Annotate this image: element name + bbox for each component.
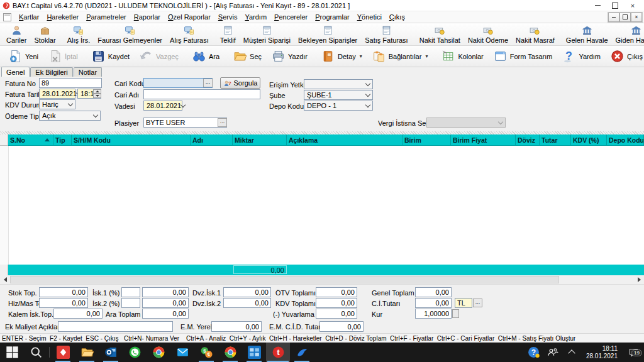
sec-button[interactable]: Seç (228, 48, 267, 65)
menu-hareketler[interactable]: Hareketler (43, 12, 82, 22)
column-header-kdv[interactable]: KDV (%) (571, 134, 607, 146)
ara-toplam-value[interactable] (142, 309, 189, 319)
mdi-minimize-button[interactable] (608, 13, 619, 22)
taskbar-mail[interactable] (170, 343, 194, 362)
cikis-button[interactable]: Çıkış (606, 48, 644, 65)
cari-kodu-input[interactable] (143, 78, 213, 88)
em-cid-tutar-value[interactable] (319, 321, 364, 332)
stok-top-value[interactable] (39, 287, 88, 297)
alis-faturasi-button[interactable]: Alış Faturası (166, 24, 213, 45)
faurasi-gelmeyenler-button[interactable]: Faurası Gelmeyenler (94, 24, 166, 45)
fatura-tarihi-dropdown[interactable]: 28.01.2021 (39, 89, 75, 99)
isk1-pct-input[interactable] (121, 287, 140, 297)
menu-kartlar[interactable]: Kartlar (15, 12, 43, 22)
taskbar-app-red[interactable] (51, 343, 75, 362)
sube-dropdown[interactable]: ŞUBE-1 (304, 90, 373, 100)
kdv-toplami-value[interactable] (316, 298, 357, 308)
ek-maliyet-input[interactable] (58, 321, 173, 332)
mdi-document-icon[interactable] (3, 13, 11, 21)
cari-kodu-lookup-button[interactable]: ... (203, 79, 213, 87)
taskbar-blue-swoosh-app[interactable] (290, 343, 314, 362)
dvz-isk2-value[interactable] (223, 298, 271, 308)
plasiyer-lookup-button[interactable]: ... (218, 118, 227, 127)
menu-pencereler[interactable]: Pencereler (270, 12, 311, 22)
kur-button[interactable] (452, 309, 459, 318)
taskbar-search-button[interactable] (24, 343, 48, 362)
teklif-button[interactable]: Teklif (216, 24, 240, 45)
column-header-tutar[interactable]: Tutar (540, 134, 571, 146)
kalem-isk-top-value[interactable] (53, 309, 103, 319)
mdi-restore-button[interactable] (619, 13, 631, 22)
isk1-value[interactable] (142, 287, 189, 297)
scroll-left-button[interactable] (0, 275, 10, 284)
minimize-button[interactable] (589, 0, 606, 11)
taskbar-bayt-app[interactable] (266, 343, 290, 362)
taskbar-currency-app[interactable] (194, 343, 218, 362)
nakit-masraf-button[interactable]: Nakit Masraf (512, 24, 558, 45)
em-yerel-tutar-value[interactable] (211, 321, 262, 332)
giden-havale-button[interactable]: Giden Havale (612, 24, 644, 45)
column-header-shm-kodu[interactable]: S/H/M Kodu (72, 134, 191, 146)
tray-show-hidden[interactable] (562, 349, 581, 356)
taskbar-chrome[interactable] (147, 343, 170, 362)
column-header-miktar[interactable]: Miktar (233, 134, 287, 146)
erisim-yetkisi-dropdown[interactable] (304, 79, 373, 89)
column-header-depo-kodu[interactable]: Depo Kodu (607, 134, 644, 146)
genel-toplam-value[interactable] (415, 287, 452, 297)
tab-ek-bilgileri[interactable]: Ek Bilgileri (30, 67, 72, 77)
currency-lookup-button[interactable]: ... (473, 299, 482, 307)
column-header-doviz[interactable]: Döviz (516, 134, 540, 146)
stoklar-button[interactable]: Stoklar (30, 24, 59, 45)
restore-button[interactable] (606, 0, 624, 11)
line-items-grid-body[interactable] (0, 146, 644, 265)
alis-irs-button[interactable]: Alış İrs. (64, 24, 94, 45)
vadesi-dropdown[interactable]: 28.01.2021 (143, 101, 182, 111)
vergi-istisna-dropdown[interactable] (426, 118, 506, 128)
baglantilar-button[interactable]: Bağlantılar▾ (367, 48, 433, 65)
close-button[interactable]: × (624, 0, 641, 11)
time-spinner[interactable] (93, 89, 101, 98)
sorgula-button[interactable]: Sorgula (220, 77, 260, 89)
taskbar-chrome-2[interactable] (218, 343, 242, 362)
grid-horizontal-scrollbar[interactable] (0, 275, 644, 284)
musteri-siparisi-button[interactable]: Müşteri Siparişi (240, 24, 294, 45)
column-header-birim-fiyat[interactable]: Birim Fiyat (451, 134, 516, 146)
column-header-aciklama[interactable]: Açıklama (287, 134, 402, 146)
isk2-value[interactable] (142, 298, 189, 308)
scroll-right-button[interactable] (634, 275, 644, 284)
tray-help[interactable] (525, 346, 543, 359)
depo-kodu-dropdown[interactable]: DEPO - 1 (304, 101, 373, 111)
gelen-havale-button[interactable]: Gelen Havale (562, 24, 612, 45)
menu-servis[interactable]: Servis (214, 12, 242, 22)
taskbar-blue-grid-app[interactable] (242, 343, 266, 362)
nakit-tahsilat-button[interactable]: Nakit Tahsilat (416, 24, 464, 45)
vazgec-button[interactable]: Vazgeç (135, 48, 184, 65)
kaydet-button[interactable]: Kaydet (87, 48, 135, 65)
taskbar-file-explorer[interactable] (75, 343, 99, 362)
detay-button[interactable]: Detay▾ (316, 48, 367, 65)
taskbar-clock[interactable]: 18:11 28.01.2021 (581, 345, 623, 360)
menu-ozel-raporlar[interactable]: Özel Raporlar (164, 12, 214, 22)
tray-people[interactable] (543, 346, 562, 359)
iptal-button[interactable]: İptal (43, 48, 83, 65)
yuvarlama-value[interactable] (316, 309, 357, 319)
hiz-mas-top-value[interactable] (39, 298, 88, 308)
isk2-pct-input[interactable] (121, 298, 140, 308)
odeme-tipi-dropdown[interactable]: Açık (39, 111, 101, 121)
column-header-tip[interactable]: Tip (53, 134, 72, 146)
ara-button[interactable]: Ara (187, 48, 225, 65)
otv-toplami-value[interactable] (316, 287, 357, 297)
kolonlar-button[interactable]: Kolonlar (436, 48, 488, 65)
menu-raporlar[interactable]: Raporlar (130, 12, 164, 22)
cari-adi-input[interactable] (143, 89, 260, 99)
menu-yonetici[interactable]: Yönetici (353, 12, 386, 22)
menu-cikis[interactable]: Çıkış (386, 12, 409, 22)
kdv-durumu-dropdown[interactable]: Hariç (39, 99, 75, 109)
mdi-close-button[interactable]: × (631, 13, 642, 22)
tab-genel[interactable]: Genel (1, 67, 30, 77)
nakit-odeme-button[interactable]: Nakit Ödeme (464, 24, 512, 45)
start-button[interactable] (0, 343, 24, 362)
bekleyen-siparisler-button[interactable]: Bekleyen Siparişler (294, 24, 361, 45)
notification-center-button[interactable]: 19 (623, 347, 644, 358)
plasiyer-input[interactable] (143, 118, 227, 128)
